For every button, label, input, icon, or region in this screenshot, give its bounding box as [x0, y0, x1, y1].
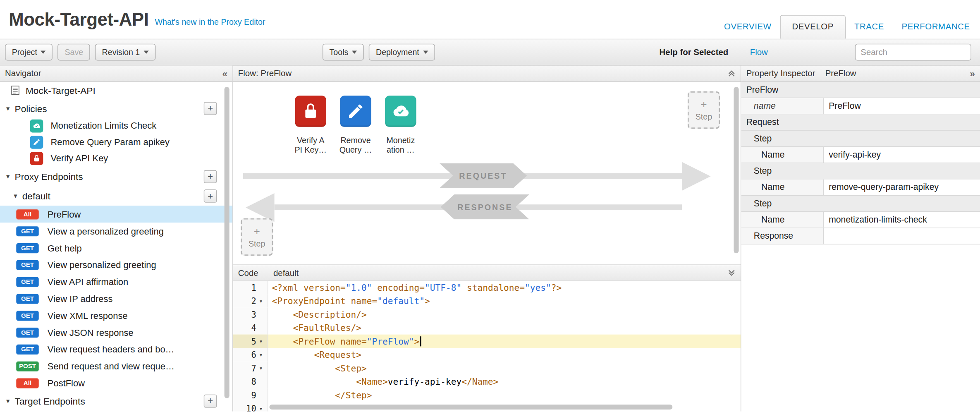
add-proxy-endpoint-button[interactable]: +	[204, 170, 217, 183]
flow-item[interactable]: GETView request headers and bo…	[0, 341, 232, 358]
fold-caret-icon[interactable]: ▾	[258, 405, 265, 411]
code-line-text: <ProxyEndpoint name="default">	[268, 296, 430, 306]
deployment-button[interactable]: Deployment	[369, 44, 435, 61]
navigator-scrollbar[interactable]	[225, 87, 229, 398]
endpoint-default-item[interactable]: ▾ default +	[0, 186, 232, 206]
policies-section[interactable]: ▾ Policies +	[0, 99, 232, 117]
code-line[interactable]: 5▾ <PreFlow name="PreFlow">	[233, 335, 741, 348]
line-number: 9	[233, 388, 268, 402]
navigator-title: Navigator	[5, 69, 41, 78]
flow-item[interactable]: AllPostFlow	[0, 374, 232, 391]
collapse-caret-icon[interactable]: ▾	[6, 172, 10, 180]
text-cursor	[420, 336, 421, 346]
proxy-endpoints-section[interactable]: ▾ Proxy Endpoints +	[0, 166, 232, 186]
project-button-label: Project	[12, 48, 37, 57]
inspector-property-row: Nameverify-api-key	[741, 147, 980, 163]
flow-item[interactable]: GETView personalized greeting	[0, 256, 232, 273]
tab-trace[interactable]: TRACE	[846, 16, 893, 39]
flow-item-label: View IP address	[48, 294, 113, 304]
inspector-property-value[interactable]: monetization-limits-check	[824, 212, 980, 228]
policy-list: Monetization Limits CheckRemove Query Pa…	[0, 117, 232, 166]
collapse-navigator-button[interactable]: «	[222, 68, 228, 79]
policy-item[interactable]: Remove Query Param apikey	[0, 134, 232, 150]
revision-button[interactable]: Revision 1	[95, 44, 155, 61]
add-step-request-button[interactable]: + Step	[688, 91, 720, 129]
tab-performance[interactable]: PERFORMANCE	[893, 16, 979, 39]
code-horizontal-scrollbar[interactable]	[269, 405, 672, 410]
collapse-flow-panel-icon[interactable]	[727, 69, 736, 78]
help-flow-link[interactable]: Flow	[750, 48, 768, 57]
code-line[interactable]: 7▾ <Step>	[233, 362, 741, 375]
plus-icon: +	[254, 226, 260, 237]
flow-item-label: View API affirmation	[48, 277, 128, 287]
inspector-property-row: Response	[741, 228, 980, 244]
flow-step-label: Verify A PI Key…	[291, 136, 331, 155]
whats-new-link[interactable]: What's new in the Proxy Editor	[155, 17, 265, 27]
tab-develop[interactable]: DEVELOP	[780, 15, 846, 38]
project-button[interactable]: Project	[5, 44, 53, 61]
lock-icon	[295, 96, 326, 127]
lock-icon	[30, 152, 43, 165]
add-policy-button[interactable]: +	[204, 102, 217, 115]
code-line[interactable]: 6▾ <Request>	[233, 348, 741, 361]
inspector-property-value[interactable]: PreFlow	[824, 98, 980, 114]
flow-scrollbar[interactable]	[734, 87, 739, 253]
navigator-tree: Mock-Target-API ▾ Policies + Monetizatio…	[0, 82, 232, 412]
flow-step[interactable]: Remove Query …	[336, 96, 376, 155]
code-line-text: <?xml version="1.0" encoding="UTF-8" sta…	[268, 283, 562, 292]
inspector-title: Property Inspector	[746, 69, 815, 78]
inspector-property-value[interactable]: remove-query-param-apikey	[824, 180, 980, 195]
inspector-property-value[interactable]: verify-api-key	[824, 147, 980, 163]
add-step-response-button[interactable]: + Step	[241, 218, 273, 256]
page-title: Mock-Target-API	[9, 9, 148, 30]
flow-canvas[interactable]: Verify A PI Key…Remove Query …Monetiz at…	[233, 82, 741, 264]
code-line-text: <Name>verify-api-key</Name>	[268, 376, 498, 386]
target-endpoints-section[interactable]: ▾ Target Endpoints +	[0, 391, 232, 410]
flow-step[interactable]: Monetiz ation …	[380, 96, 421, 155]
fold-caret-icon[interactable]: ▾	[258, 338, 265, 345]
code-line[interactable]: 9 </Step>	[233, 388, 741, 402]
tools-button-label: Tools	[330, 48, 349, 57]
tools-button[interactable]: Tools	[323, 44, 364, 61]
fold-caret-icon[interactable]: ▾	[258, 351, 265, 358]
fold-caret-icon[interactable]: ▾	[258, 297, 265, 304]
add-target-endpoint-button[interactable]: +	[204, 394, 217, 407]
flow-item[interactable]: POSTSend request and view reque…	[0, 358, 232, 375]
code-line[interactable]: 2▾<ProxyEndpoint name="default">	[233, 294, 741, 307]
toolbar: Project Save Revision 1 Tools Deployment…	[0, 39, 980, 66]
inspector-property-value[interactable]	[824, 228, 980, 244]
save-button[interactable]: Save	[58, 44, 90, 61]
code-line[interactable]: 3 <Description/>	[233, 308, 741, 321]
flow-item[interactable]: GETGet help	[0, 240, 232, 256]
flow-item[interactable]: GETView IP address	[0, 290, 232, 307]
flow-step[interactable]: Verify A PI Key…	[291, 96, 331, 155]
flow-item[interactable]: GETView API affirmation	[0, 273, 232, 290]
target-endpoints-label: Target Endpoints	[15, 395, 85, 406]
cloud-check-icon	[30, 119, 43, 132]
code-line[interactable]: 4 <FaultRules/>	[233, 321, 741, 334]
code-editor[interactable]: 1<?xml version="1.0" encoding="UTF-8" st…	[233, 281, 741, 412]
flow-item[interactable]: GETView XML response	[0, 307, 232, 324]
revision-button-label: Revision 1	[102, 48, 140, 57]
method-badge: GET	[16, 243, 38, 253]
policy-item[interactable]: Monetization Limits Check	[0, 117, 232, 134]
flow-item[interactable]: GETView JSON response	[0, 324, 232, 341]
flow-item[interactable]: GETView a personalized greeting	[0, 223, 232, 240]
collapse-caret-icon[interactable]: ▾	[14, 192, 17, 200]
collapse-caret-icon[interactable]: ▾	[6, 104, 10, 113]
collapse-code-panel-icon[interactable]	[727, 269, 736, 277]
flow-item[interactable]: AllPreFlow	[0, 206, 232, 223]
proxy-editor-app: Mock-Target-API What's new in the Proxy …	[0, 0, 980, 412]
flow-panel-title: Flow: PreFlow	[238, 69, 292, 78]
fold-caret-icon[interactable]: ▾	[258, 365, 265, 372]
collapse-caret-icon[interactable]: ▾	[6, 397, 10, 405]
policy-item[interactable]: Verify API Key	[0, 150, 232, 166]
expand-inspector-button[interactable]: »	[970, 68, 975, 79]
add-flow-button[interactable]: +	[204, 189, 217, 203]
search-input[interactable]	[855, 44, 971, 61]
proxy-root-item[interactable]: Mock-Target-API	[0, 82, 232, 99]
code-line[interactable]: 8 <Name>verify-api-key</Name>	[233, 375, 741, 388]
line-number: 6▾	[233, 348, 268, 361]
code-line[interactable]: 1<?xml version="1.0" encoding="UTF-8" st…	[233, 281, 741, 294]
tab-overview[interactable]: OVERVIEW	[715, 16, 780, 39]
